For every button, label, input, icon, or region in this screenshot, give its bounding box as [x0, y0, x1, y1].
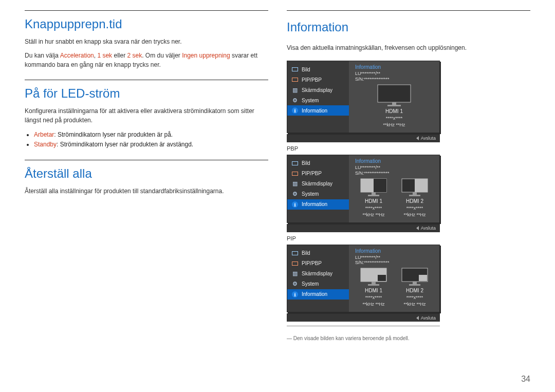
menu-item-pip[interactable]: PIP/PBP: [287, 169, 349, 179]
monitor-hdmi1: HDMI 1 ****x**** **kHz **Hz: [360, 268, 387, 307]
label-pip: PIP: [287, 235, 296, 241]
info-subtitle: Information: [355, 248, 433, 254]
menu-label: Skärmdisplay: [302, 271, 332, 276]
svg-rect-0: [378, 85, 411, 102]
mon-freq: **kHz **Hz: [383, 122, 405, 127]
knapp-p1: Ställ in hur snabbt en knapp ska svara n…: [25, 38, 268, 46]
osd-footer: Avsluta: [287, 313, 440, 322]
osd-menu: Bild PIP/PBP ▥Skärmdisplay ⚙System iInfo…: [287, 61, 349, 133]
hl-arbetar: Arbetar: [34, 131, 54, 138]
heading-information: Information: [287, 20, 348, 34]
hl-standby: Standby: [34, 141, 57, 148]
osd-content: Information LU********/** S/N:**********…: [349, 61, 439, 133]
menu-item-bild[interactable]: Bild: [287, 248, 349, 258]
menu-item-bild[interactable]: Bild: [287, 64, 349, 74]
right-column: Information Visa den aktuella inmatnings…: [287, 10, 530, 372]
bullet-arbetar: Arbetar: Strömindikatorn lyser när produ…: [34, 130, 268, 140]
hl-ingen: Ingen upprepning: [182, 52, 230, 59]
footnote-rule: [287, 326, 440, 326]
hl-1sek: 1 sek: [97, 52, 112, 59]
osd-footer: Avsluta: [287, 224, 440, 232]
info-subtitle: Information: [355, 158, 433, 164]
left-column: Knappupprepn.tid Ställ in hur snabbt en …: [25, 10, 268, 372]
osd-screen-single: Bild PIP/PBP ▥Skärmdisplay ⚙System iInfo…: [287, 61, 440, 133]
menu-item-osd[interactable]: ▥Skärmdisplay: [287, 179, 349, 189]
menu-label: System: [302, 98, 319, 103]
osd-panel-1: Bild PIP/PBP ▥Skärmdisplay ⚙System iInfo…: [287, 58, 440, 142]
menu-label: Bild: [302, 160, 310, 166]
display-icon: ▥: [291, 87, 299, 93]
text: eller: [112, 52, 127, 59]
menu-item-pip[interactable]: PIP/PBP: [287, 258, 349, 269]
mon-label: HDMI 1: [385, 108, 403, 114]
menu-label: Bild: [302, 67, 310, 72]
footnote-text: Den visade bilden kan variera beroende p…: [287, 335, 409, 341]
mon-freq: **kHz **Hz: [362, 302, 384, 307]
menu-item-system[interactable]: ⚙System: [287, 189, 349, 199]
monitor-row: HDMI 1 ****x**** **kHz **Hz HDMI 2 ****x…: [355, 176, 433, 218]
text: : Strömindikatorn lyser när produkten är…: [57, 141, 193, 148]
display-icon: ▥: [291, 271, 299, 277]
menu-item-osd[interactable]: ▥Skärmdisplay: [287, 269, 349, 279]
info-model: LU********/**: [355, 165, 433, 171]
mon-res: ****x****: [365, 295, 382, 300]
led-p1: Konfigurera inställningarna för att akti…: [25, 107, 268, 125]
mon-res: ****x****: [386, 116, 403, 121]
osd-menu: Bild PIP/PBP ▥Skärmdisplay ⚙System iInfo…: [287, 245, 349, 312]
mon-res: ****x****: [365, 206, 382, 211]
menu-item-bild[interactable]: Bild: [287, 158, 349, 169]
menu-label: PIP/PBP: [302, 171, 322, 176]
reset-p1: Återställ alla inställningar för produkt…: [25, 187, 268, 196]
footnote: Den visade bilden kan variera beroende p…: [287, 335, 409, 341]
menu-item-system[interactable]: ⚙System: [287, 279, 349, 289]
picture-icon: [291, 250, 299, 256]
mon-res: ****x****: [406, 295, 423, 300]
svg-rect-18: [409, 284, 420, 286]
mon-freq: **kHz **Hz: [362, 212, 384, 217]
svg-rect-8: [415, 179, 428, 192]
osd-menu: Bild PIP/PBP ▥Skärmdisplay ⚙System iInfo…: [287, 155, 349, 222]
gear-icon: ⚙: [291, 281, 299, 287]
menu-item-osd[interactable]: ▥Skärmdisplay: [287, 85, 349, 95]
text: : Strömindikatorn lyser när produkten är…: [54, 131, 173, 138]
mon-label: HDMI 1: [365, 288, 382, 293]
back-icon: [416, 316, 419, 320]
menu-item-information[interactable]: iInformation: [287, 289, 349, 300]
back-icon: [416, 136, 419, 140]
svg-rect-9: [413, 192, 417, 195]
menu-item-system[interactable]: ⚙System: [287, 95, 349, 105]
mon-label: HDMI 2: [406, 288, 423, 293]
picture-icon: [291, 160, 299, 166]
osd-panel-3: Bild PIP/PBP ▥Skärmdisplay ⚙System iInfo…: [287, 241, 440, 322]
mon-res: ****x****: [406, 206, 423, 211]
osd-screen-pip: Bild PIP/PBP ▥Skärmdisplay ⚙System iInfo…: [287, 245, 440, 313]
pip-icon: [291, 171, 299, 177]
monitor-icon: [377, 84, 411, 107]
monitor-icon: [360, 268, 387, 286]
footer-label: Avsluta: [421, 226, 436, 231]
info-icon: i: [291, 291, 299, 297]
svg-rect-2: [387, 105, 401, 106]
display-icon: ▥: [291, 181, 299, 187]
monitor-icon: [401, 268, 428, 286]
menu-item-information[interactable]: iInformation: [287, 105, 349, 116]
pip-icon: [291, 260, 299, 267]
menu-item-pip[interactable]: PIP/PBP: [287, 74, 349, 85]
osd-content: Information LU********/** S/N:**********…: [349, 155, 439, 222]
mon-freq: **kHz **Hz: [403, 302, 425, 307]
menu-item-information[interactable]: iInformation: [287, 199, 349, 210]
svg-rect-5: [372, 192, 376, 195]
monitor-hdmi2: HDMI 2 ****x**** **kHz **Hz: [401, 268, 428, 307]
svg-rect-4: [374, 179, 386, 192]
svg-rect-16: [419, 275, 427, 281]
back-icon: [416, 226, 419, 230]
rule-reset: [25, 160, 268, 160]
rule-top-right: [287, 10, 530, 11]
svg-rect-13: [372, 282, 376, 284]
menu-label: Information: [302, 291, 327, 297]
monitor-hdmi1: HDMI 1 ****x**** **kHz **Hz: [377, 84, 411, 127]
menu-label: PIP/PBP: [302, 260, 322, 266]
page-root: Knappupprepn.tid Ställ in hur snabbt en …: [0, 0, 555, 392]
menu-label: Bild: [302, 250, 310, 256]
gear-icon: ⚙: [291, 97, 299, 103]
